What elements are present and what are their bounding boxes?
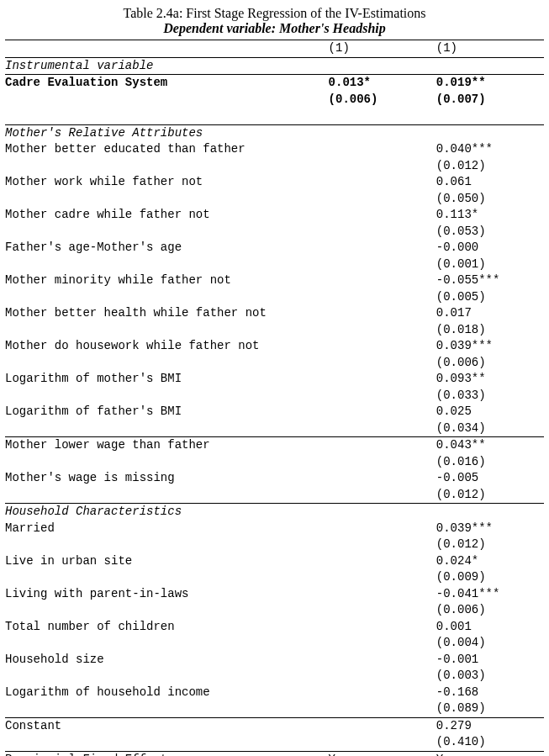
row-v1: 0.013* [329, 75, 436, 92]
row-v1 [329, 652, 436, 669]
row-se1 [329, 635, 436, 652]
row-se1 [329, 602, 436, 619]
row-v1 [329, 272, 436, 289]
row-v1 [329, 371, 436, 388]
table-row: Mother cadre while father not0.113* [5, 207, 544, 224]
table-row-se: (0.033) [5, 388, 544, 404]
row-se2: (0.005) [436, 289, 544, 306]
row-se1 [329, 668, 436, 685]
table-row-se: (0.009) [5, 569, 544, 586]
row-v2: 0.001 [436, 619, 544, 636]
row-label: Constant [5, 717, 329, 734]
regression-table: (1) (1) Instrumental variable Cadre Eval… [5, 40, 544, 756]
row-v2: -0.041*** [436, 586, 544, 603]
section-relattr-heading: Mother's Relative Attributes [5, 124, 544, 141]
row-v2: 0.113* [436, 207, 544, 224]
row-v1 [329, 207, 436, 224]
row-v1 [329, 305, 436, 322]
row-v1 [329, 685, 436, 701]
table-row-se: (0.012) [5, 487, 544, 504]
row-v1: Yes [329, 751, 436, 756]
row-se1 [329, 388, 436, 404]
row-se1 [329, 158, 436, 175]
table-row: Mother do housework while father not0.03… [5, 338, 544, 355]
row-v2: 0.024* [436, 553, 544, 570]
section-iv-heading: Instrumental variable [5, 57, 544, 75]
row-label: Logarithm of household income [5, 685, 329, 701]
row-v2: 0.039*** [436, 338, 544, 355]
row-se1 [329, 224, 436, 241]
row-v1 [329, 240, 436, 256]
row-label: Mother's wage is missing [5, 470, 329, 487]
row-label: Household size [5, 652, 329, 669]
row-v2: 0.061 [436, 174, 544, 191]
table-row: Logarithm of household income-0.168 [5, 685, 544, 701]
row-se2: (0.018) [436, 322, 544, 339]
row-label: Mother do housework while father not [5, 338, 329, 355]
row-label: Father's age-Mother's age [5, 240, 329, 256]
row-v1 [329, 338, 436, 355]
row-se1 [329, 191, 436, 208]
table-row-se: (0.034) [5, 420, 544, 437]
table-row: Logarithm of father's BMI0.025 [5, 404, 544, 420]
table-row-se: (0.005) [5, 289, 544, 306]
table-row: Mother better educated than father0.040*… [5, 141, 544, 158]
table-row: Mother better health while father not0.0… [5, 305, 544, 322]
row-label: Married [5, 521, 329, 537]
row-se2: (0.016) [436, 454, 544, 471]
row-label: Mother lower wage than father [5, 437, 329, 454]
row-v2: -0.001 [436, 652, 544, 669]
row-v1 [329, 174, 436, 191]
row-label: Mother minority while father not [5, 272, 329, 289]
section-hh-heading: Household Characteristics [5, 504, 544, 521]
row-label: Mother better educated than father [5, 141, 329, 158]
row-se1 [329, 454, 436, 471]
table-row: Mother lower wage than father0.043** [5, 437, 544, 454]
row-se1 [329, 487, 436, 504]
blank-row [5, 108, 544, 124]
row-se1 [329, 420, 436, 437]
row-se2: (0.410) [436, 734, 544, 751]
row-v1 [329, 470, 436, 487]
row-v2: -0.055*** [436, 272, 544, 289]
table-row-se: (0.004) [5, 635, 544, 652]
row-se1 [329, 289, 436, 306]
row-v2: 0.025 [436, 404, 544, 420]
row-se1: (0.006) [329, 92, 436, 108]
table-row: Total number of children0.001 [5, 619, 544, 636]
iv-row: Cadre Evaluation System 0.013* 0.019** [5, 75, 544, 92]
row-se2: (0.006) [436, 355, 544, 372]
row-se2: (0.050) [436, 191, 544, 208]
row-se2: (0.034) [436, 420, 544, 437]
table-row-se: (0.050) [5, 191, 544, 208]
row-v2: Yes [436, 751, 544, 756]
row-se1 [329, 322, 436, 339]
row-label: Provincial Fixed Effects [5, 751, 329, 756]
row-v2: 0.019** [436, 75, 544, 92]
row-v1 [329, 141, 436, 158]
row-v1 [329, 437, 436, 454]
row-se1 [329, 537, 436, 553]
table-row-se: (0.001) [5, 256, 544, 273]
row-label: Logarithm of father's BMI [5, 404, 329, 420]
section-label: Mother's Relative Attributes [5, 124, 544, 141]
table-row: Married0.039*** [5, 521, 544, 537]
section-label: Household Characteristics [5, 504, 544, 521]
row-se1 [329, 700, 436, 717]
table-row-se: (0.006) [5, 355, 544, 372]
constant-row: Constant 0.279 [5, 717, 544, 734]
row-se2: (0.009) [436, 569, 544, 586]
row-label: Mother cadre while father not [5, 207, 329, 224]
table-row: Living with parent-in-laws-0.041*** [5, 586, 544, 603]
row-se1 [329, 355, 436, 372]
section-label: Instrumental variable [5, 57, 544, 75]
table-subcaption: Dependent variable: Mother's Headship [5, 21, 544, 36]
row-se2: (0.004) [436, 635, 544, 652]
row-label: Living with parent-in-laws [5, 586, 329, 603]
table-row: Provincial Fixed EffectsYesYes [5, 751, 544, 756]
row-v2: 0.043** [436, 437, 544, 454]
table-row: Household size-0.001 [5, 652, 544, 669]
row-v2: 0.279 [436, 717, 544, 734]
row-v1 [329, 404, 436, 420]
row-v1 [329, 521, 436, 537]
